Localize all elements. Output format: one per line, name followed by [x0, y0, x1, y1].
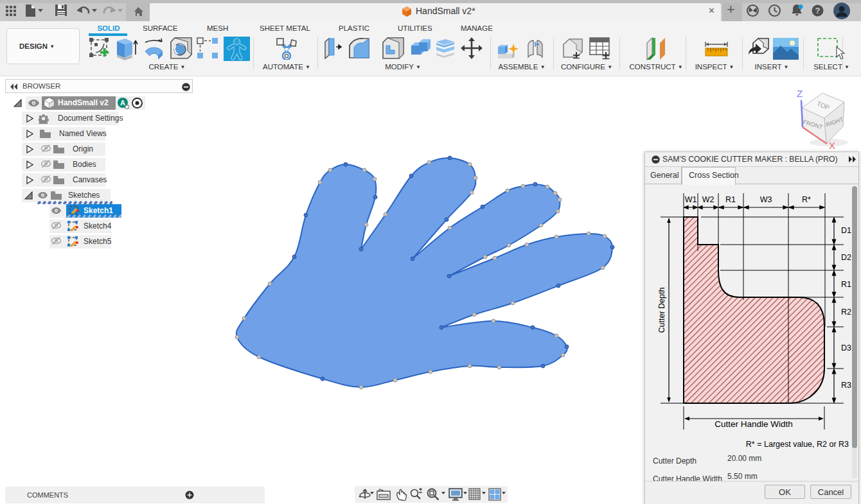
svg-text:D2: D2	[841, 253, 851, 262]
svg-text:Cutter Depth: Cutter Depth	[657, 288, 666, 333]
svg-text:R2: R2	[841, 308, 851, 317]
svg-text:Cutter Depth: Cutter Depth	[653, 456, 697, 465]
svg-text:Cutter Handle Width: Cutter Handle Width	[715, 419, 793, 429]
svg-text:W2: W2	[702, 195, 715, 204]
svg-text:D3: D3	[841, 343, 851, 352]
svg-text:5.50 mm: 5.50 mm	[727, 472, 758, 481]
svg-text:Cutter Handle Width: Cutter Handle Width	[653, 474, 722, 481]
svg-text:R1: R1	[841, 280, 851, 289]
svg-text:W3: W3	[760, 195, 772, 204]
svg-text:A: A	[120, 99, 125, 107]
svg-text:R*: R*	[802, 195, 811, 204]
svg-text:R3: R3	[841, 381, 851, 390]
svg-text:R1: R1	[725, 195, 736, 204]
svg-text:Z: Z	[797, 88, 803, 99]
svg-text:R* = Largest value, R2 or R3: R* = Largest value, R2 or R3	[746, 440, 849, 449]
svg-text:D1: D1	[841, 226, 851, 235]
svg-text:X: X	[829, 140, 835, 151]
svg-text:W1: W1	[685, 195, 697, 204]
svg-text:?: ?	[815, 6, 821, 15]
svg-text:20.00 mm: 20.00 mm	[727, 454, 761, 463]
